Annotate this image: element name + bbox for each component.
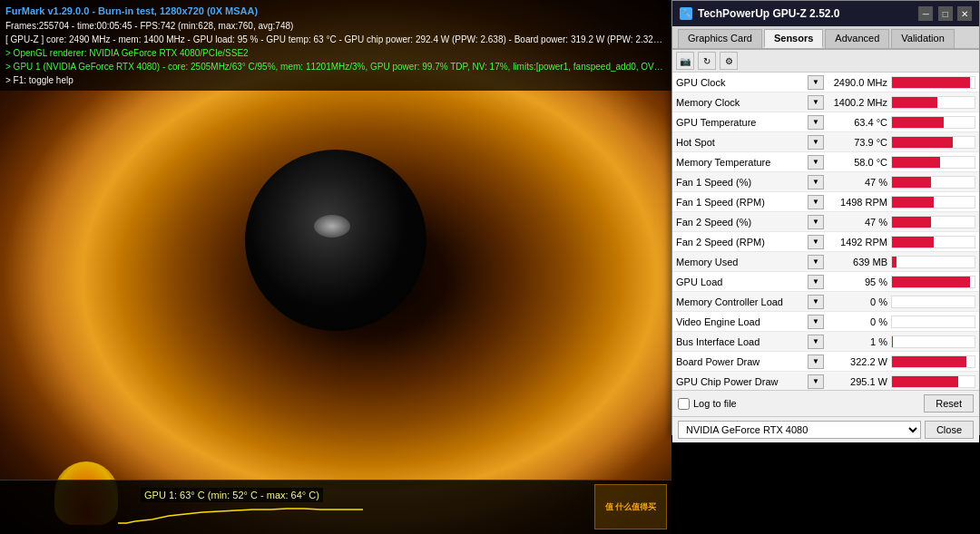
sensor-bar [892, 97, 937, 108]
sensor-name: Memory Controller Load [676, 296, 808, 307]
sensor-value: 0 % [828, 296, 891, 307]
reset-button[interactable]: Reset [924, 394, 974, 413]
sensors-table: GPU Clock▼2490.0 MHzMemory Clock▼1400.2 … [672, 73, 979, 390]
sensor-dropdown-arrow[interactable]: ▼ [808, 315, 824, 329]
sensor-dropdown-arrow[interactable]: ▼ [808, 255, 824, 269]
sensor-name: Memory Temperature [676, 157, 808, 168]
sensor-bar-container [891, 355, 975, 368]
log-file-checkbox[interactable] [678, 398, 690, 410]
sensor-dropdown-arrow[interactable]: ▼ [808, 374, 824, 389]
sensor-value: 639 MB [828, 257, 891, 267]
sensor-row: Fan 1 Speed (RPM)▼1498 RPM [672, 192, 979, 212]
refresh-button[interactable]: ↻ [698, 52, 716, 70]
tab-advanced[interactable]: Advanced [825, 29, 889, 48]
furmark-frames: Frames:255704 - time:00:05:45 - FPS:742 … [5, 19, 666, 33]
tab-validation[interactable]: Validation [891, 29, 955, 48]
sensor-name: GPU Load [676, 277, 808, 287]
sensor-value: 95 % [828, 277, 891, 287]
sensor-row: Fan 2 Speed (%)▼47 % [672, 212, 979, 232]
sensor-bar-container [891, 256, 975, 268]
gpuz-toolbar: 📷 ↻ ⚙ [672, 50, 979, 73]
eye-pupil [245, 150, 426, 331]
gpu-select-row: NVIDIA GeForce RTX 4080 Close [672, 416, 979, 442]
sensor-dropdown-arrow[interactable]: ▼ [808, 235, 824, 249]
sensor-bar [892, 217, 931, 228]
furmark-overlay: FurMark v1.29.0.0 - Burn-in test, 1280x7… [0, 0, 671, 91]
sensor-dropdown-arrow[interactable]: ▼ [808, 75, 824, 90]
sensor-name: Board Power Draw [676, 356, 808, 367]
sensor-bar-container [891, 196, 975, 209]
sensor-row: Hot Spot▼73.9 °C [672, 132, 979, 152]
sensor-row: Memory Temperature▼58.0 °C [672, 152, 979, 172]
sensor-value: 73.9 °C [828, 137, 891, 148]
furmark-gpu1: > GPU 1 (NVIDIA GeForce RTX 4080) - core… [5, 60, 666, 73]
log-file-section: Log to file [678, 398, 737, 410]
gpuz-app-icon: 🔧 [680, 7, 692, 20]
sensor-dropdown-arrow[interactable]: ▼ [808, 335, 824, 349]
close-button[interactable]: Close [925, 421, 974, 439]
sensor-name: GPU Clock [676, 77, 808, 88]
sensor-name: Fan 1 Speed (RPM) [676, 197, 808, 208]
log-file-label: Log to file [693, 398, 737, 409]
sensor-bar [892, 336, 893, 347]
sensor-value: 47 % [828, 177, 891, 188]
sensor-value: 2490.0 MHz [828, 77, 891, 88]
action-buttons: Reset [924, 394, 974, 413]
sensor-dropdown-arrow[interactable]: ▼ [808, 354, 824, 369]
sensor-name: GPU Chip Power Draw [676, 376, 808, 387]
sensor-dropdown-arrow[interactable]: ▼ [808, 175, 824, 189]
settings-button[interactable]: ⚙ [720, 52, 738, 70]
sensor-bar [892, 157, 940, 168]
tab-sensors[interactable]: Sensors [764, 29, 823, 48]
close-window-button[interactable]: ✕ [957, 6, 972, 21]
sensor-bar-container [891, 216, 975, 228]
sensor-dropdown-arrow[interactable]: ▼ [808, 275, 824, 289]
sensor-name: Memory Clock [676, 97, 808, 108]
sensor-dropdown-arrow[interactable]: ▼ [808, 155, 824, 170]
sensor-row: Video Engine Load▼0 % [672, 312, 979, 332]
minimize-button[interactable]: ─ [918, 6, 933, 21]
sensor-bar-container [891, 116, 975, 129]
sensor-dropdown-arrow[interactable]: ▼ [808, 135, 824, 150]
sensor-name: Fan 1 Speed (%) [676, 177, 808, 188]
gpuz-bottom-bar: Log to file Reset [672, 390, 979, 416]
sensor-bar-container [891, 136, 975, 149]
gpuz-tabs: Graphics Card Sensors Advanced Validatio… [672, 26, 979, 50]
furmark-title: FurMark v1.29.0.0 - Burn-in test, 1280x7… [5, 4, 666, 19]
eye-highlight [314, 215, 350, 238]
sensor-bar [892, 356, 966, 367]
sensor-dropdown-arrow[interactable]: ▼ [808, 115, 824, 130]
sensor-value: 0 % [828, 316, 891, 327]
sensor-bar [892, 77, 970, 88]
sensor-row: Memory Controller Load▼0 % [672, 292, 979, 312]
sensor-bar-container [891, 76, 975, 89]
sensor-name: Fan 2 Speed (%) [676, 217, 808, 228]
sensor-dropdown-arrow[interactable]: ▼ [808, 195, 824, 209]
sensor-bar-container [891, 96, 975, 109]
sensor-bar-container [891, 335, 975, 348]
sensor-bar [892, 257, 897, 267]
sensor-name: Bus Interface Load [676, 336, 808, 347]
sensor-name: Hot Spot [676, 137, 808, 148]
sensor-dropdown-arrow[interactable]: ▼ [808, 95, 824, 110]
sensor-bar-container [891, 236, 975, 248]
sensor-row: Bus Interface Load▼1 % [672, 332, 979, 352]
sensor-row: GPU Clock▼2490.0 MHz [672, 73, 979, 92]
gpu-dropdown[interactable]: NVIDIA GeForce RTX 4080 [678, 421, 921, 439]
sensor-bar-container [891, 156, 975, 169]
sensor-row: GPU Temperature▼63.4 °C [672, 112, 979, 132]
window-controls: ─ □ ✕ [916, 6, 972, 21]
maximize-button[interactable]: □ [938, 6, 953, 21]
screenshot-button[interactable]: 📷 [676, 52, 694, 70]
sensor-row: Fan 2 Speed (RPM)▼1492 RPM [672, 232, 979, 252]
furmark-panel: FurMark v1.29.0.0 - Burn-in test, 1280x7… [0, 0, 671, 534]
graph-area [118, 489, 363, 525]
tab-graphics-card[interactable]: Graphics Card [678, 29, 762, 48]
sensor-dropdown-arrow[interactable]: ▼ [808, 295, 824, 309]
sensor-value: 1400.2 MHz [828, 97, 891, 108]
sensor-dropdown-arrow[interactable]: ▼ [808, 215, 824, 229]
gpuz-title: TechPowerUp GPU-Z 2.52.0 [698, 7, 840, 20]
sensor-bar [892, 137, 953, 148]
sensor-value: 47 % [828, 217, 891, 228]
furmark-help: > F1: toggle help [5, 73, 666, 87]
